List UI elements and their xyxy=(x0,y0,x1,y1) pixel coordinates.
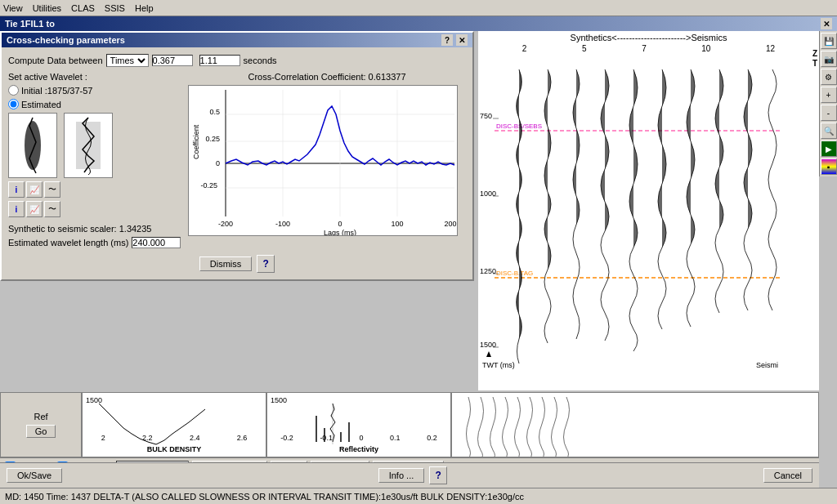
trace-col-7 xyxy=(687,69,695,327)
seismic-thumbnail xyxy=(451,392,819,457)
trace-col-2 xyxy=(544,69,551,343)
wave-icon-2[interactable]: 〜 xyxy=(44,201,60,217)
toolbar-zoom-minus-btn[interactable]: - xyxy=(821,105,837,121)
svg-rect-1 xyxy=(76,122,101,169)
wavelet-length-input[interactable]: 240.000 xyxy=(132,237,181,248)
estimated-label: Estimated xyxy=(21,100,61,109)
wavelet-length-label: Estimated wavelet length (ms) xyxy=(8,238,128,248)
seismic-waveform-svg: 750 1000 1250 1500 TWT (ms) Seismi DISC-… xyxy=(478,53,819,372)
density-panels-row: Ref Go 22.22.42.6 BULK DENSITY 1500 -0.2… xyxy=(0,392,819,457)
menubar: View Utilities CLAS SSIS Help xyxy=(0,0,837,16)
svg-text:0.5: 0.5 xyxy=(209,108,220,116)
svg-text:200: 200 xyxy=(444,220,456,228)
svg-text:1500: 1500 xyxy=(480,341,496,349)
cross-check-dialog: Cross-checking parameters ? ✕ Compute Da… xyxy=(0,31,474,281)
menu-utilities[interactable]: Utilities xyxy=(33,3,61,13)
ref-label: Ref xyxy=(34,412,47,421)
action-bar: Ok/Save Info ... ? Cancel xyxy=(0,462,819,488)
svg-text:1250: 1250 xyxy=(480,267,496,275)
disc-tag-label: DISC-B.TAG xyxy=(496,270,533,277)
dialog-close-button[interactable]: ✕ xyxy=(456,34,468,46)
wave-icon-1[interactable]: 〜 xyxy=(44,181,60,198)
trace-col-4 xyxy=(601,69,609,341)
seconds-label: seconds xyxy=(244,56,277,65)
status-text: MD: 1450 Time: 1437 DELTA-T (ALSO CALLED… xyxy=(5,492,524,502)
initial-wavelet-radio[interactable] xyxy=(8,85,19,96)
chart-icon-2[interactable]: 📈 xyxy=(26,201,43,217)
trace-col-8 xyxy=(715,69,723,313)
svg-text:0: 0 xyxy=(338,220,342,228)
compute-label: Compute Data between xyxy=(8,56,103,65)
cancel-button[interactable]: Cancel xyxy=(763,468,812,483)
correlation-title: Cross-Correlation Coefficient: 0.613377 xyxy=(188,72,466,82)
estimated-wavelet-radio[interactable] xyxy=(8,99,19,109)
trace-col-6 xyxy=(658,69,666,329)
time-to-input[interactable]: 1.11 xyxy=(199,55,240,66)
svg-text:100: 100 xyxy=(391,220,403,228)
svg-text:0: 0 xyxy=(216,159,220,167)
time-from-input[interactable]: 0.367 xyxy=(152,55,193,66)
dismiss-button[interactable]: Dismiss xyxy=(199,256,253,271)
reflectivity-chart xyxy=(267,399,450,448)
seismic-header-text: Synthetics<----------------------->Seism… xyxy=(571,33,727,42)
toolbar-gear-btn[interactable]: ⚙ xyxy=(821,69,837,85)
z-label: Z xyxy=(812,49,817,58)
status-bar: MD: 1450 Time: 1437 DELTA-T (ALSO CALLED… xyxy=(0,488,837,504)
dialog-titlebar: Cross-checking parameters ? ✕ xyxy=(2,33,472,47)
bulk-density-panel: 22.22.42.6 BULK DENSITY 1500 xyxy=(82,392,266,457)
estimated-wavelet-preview xyxy=(64,113,113,178)
info-button[interactable]: Info ... xyxy=(378,468,425,483)
toolbar-multicolor-btn[interactable]: ▪ xyxy=(821,158,837,175)
arrow-up-icon xyxy=(486,351,491,357)
initial-wavelet-preview xyxy=(8,113,57,178)
seismic-col-labels: 2571012 xyxy=(478,44,819,53)
trace-col-9 xyxy=(744,69,752,310)
ok-save-button[interactable]: Ok/Save xyxy=(7,468,62,483)
svg-text:-0.25: -0.25 xyxy=(200,181,217,190)
trace-col-5 xyxy=(629,69,638,351)
menu-clas[interactable]: CLAS xyxy=(71,3,95,13)
info-icon-2[interactable]: i xyxy=(8,201,25,217)
times-select[interactable]: Times xyxy=(106,54,149,67)
action-help-button[interactable]: ? xyxy=(429,466,447,484)
dialog-title: Cross-checking parameters xyxy=(7,35,125,45)
toolbar-save-btn[interactable]: 💾 xyxy=(821,33,837,49)
bulk-density-chart xyxy=(83,399,266,448)
info-icon-1[interactable]: i xyxy=(8,181,25,198)
menu-help[interactable]: Help xyxy=(135,3,154,13)
toolbar-camera-btn[interactable]: 📷 xyxy=(821,51,837,67)
initial-label: Initial :1875/37-57 xyxy=(21,86,92,96)
trace-col-1 xyxy=(516,69,522,364)
svg-text:1000: 1000 xyxy=(480,190,496,198)
toolbar-zoom-icon[interactable]: 🔍 xyxy=(821,123,837,139)
menu-ssis[interactable]: SSIS xyxy=(105,3,125,13)
ref-go-panel: Ref Go xyxy=(0,392,82,457)
trace-col-10 xyxy=(768,69,777,310)
svg-text:-200: -200 xyxy=(218,220,233,228)
svg-point-0 xyxy=(25,121,41,170)
reflectivity-panel: -0.2-0.100.10.2 Reflectivity 1500 xyxy=(266,392,451,457)
chart-icon-1[interactable]: 📈 xyxy=(26,181,43,198)
tie-close-button[interactable]: ✕ xyxy=(821,18,832,29)
t-label: T xyxy=(812,59,817,68)
right-toolbar: 💾 📷 ⚙ + - 🔍 ▶ ▪ xyxy=(819,31,837,176)
seismic-thumb-svg xyxy=(452,393,818,457)
main-area: Tie 1FIL1 to ✕ Cross-checking parameters… xyxy=(0,16,837,504)
toolbar-green-btn[interactable]: ▶ xyxy=(821,140,837,157)
seismic-label: Seismi xyxy=(756,361,778,369)
svg-text:0.25: 0.25 xyxy=(205,135,220,143)
twt-label: TWT (ms) xyxy=(482,361,515,369)
menu-view[interactable]: View xyxy=(3,3,23,13)
trace-col-3 xyxy=(573,69,580,339)
scalar-label: Synthetic to seismic scaler: 1.34235 xyxy=(8,224,151,234)
toolbar-zoom-plus-btn[interactable]: + xyxy=(821,87,837,103)
dialog-help-icon[interactable]: ? xyxy=(441,34,453,46)
svg-text:Lags (ms): Lags (ms) xyxy=(324,229,356,236)
svg-text:750: 750 xyxy=(480,112,492,120)
seismic-display: Synthetics<----------------------->Seism… xyxy=(478,31,819,390)
correlation-chart: 0.5 0.25 0 -0.25 -200 -100 0 100 200 xyxy=(188,85,458,236)
tie-title: Tie 1FIL1 to xyxy=(5,19,55,29)
go-button[interactable]: Go xyxy=(26,425,56,438)
dialog-help-button[interactable]: ? xyxy=(257,255,275,273)
tie-titlebar: Tie 1FIL1 to ✕ xyxy=(0,16,837,31)
